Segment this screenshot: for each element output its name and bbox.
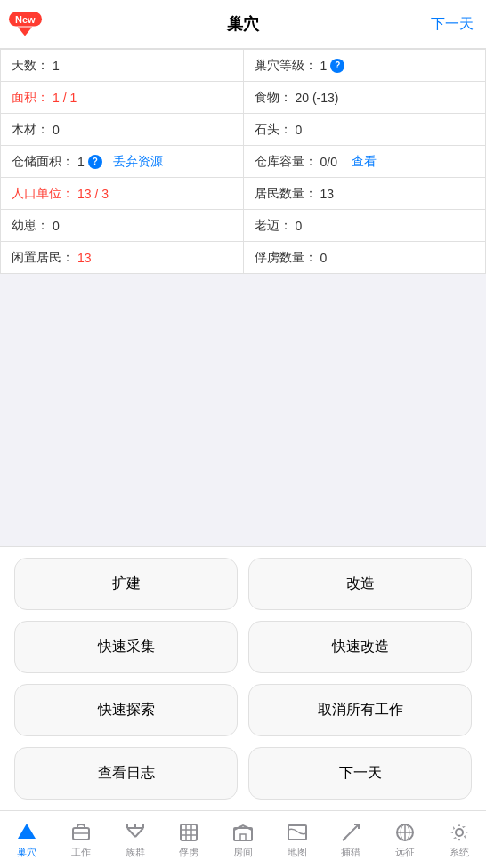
bottom-navigation: 巢穴 工作 族群 [0,810,486,868]
nav-label-cave: 巢穴 [17,846,36,859]
header-next-day-button[interactable]: 下一天 [431,15,474,34]
storage-area-help-icon[interactable]: ? [88,155,102,169]
view-storage-button[interactable]: 查看 [352,154,377,170]
food-label: 食物： [255,90,292,106]
children-cell: 幼崽： 0 [1,210,244,242]
idle-label: 闲置居民： [12,250,74,266]
food-cell: 食物： 20 (-13) [244,82,487,114]
renovate-button[interactable]: 改造 [248,558,472,610]
svg-rect-16 [288,825,306,840]
svg-point-25 [456,829,463,836]
nav-item-cave[interactable]: 巢穴 [0,821,54,859]
storage-capacity-value: 0/0 [320,155,337,169]
nav-label-system: 系统 [450,846,469,859]
nav-label-prisoner: 俘虏 [179,846,198,859]
cave-level-help-icon[interactable]: ? [330,59,344,73]
days-value: 1 [53,59,60,73]
work-icon [69,821,93,844]
prisoners-value: 0 [320,251,328,265]
idle-cell: 闲置居民： 13 [1,242,244,274]
svg-rect-0 [24,833,29,839]
elderly-value: 0 [296,219,303,233]
nav-item-tribe[interactable]: 族群 [108,821,162,859]
buttons-section: 扩建 改造 快速采集 快速改造 快速探索 取消所有工作 查看日志 下一天 [0,546,486,810]
info-grid: 天数： 1 巢穴等级： 1 ? 面积： 1 / 1 食物： 20 (-13) 木… [0,49,486,274]
spacer [0,274,486,505]
storage-area-label: 仓储面积： [12,154,74,170]
new-badge-arrow [18,28,32,36]
area-cell: 面积： 1 / 1 [1,82,244,114]
prisoner-icon [177,821,200,844]
abandon-resources-button[interactable]: 丢弃资源 [113,154,163,170]
quick-renovate-button[interactable]: 快速改造 [248,621,472,673]
days-label: 天数： [12,58,49,74]
svg-rect-9 [181,824,197,840]
cave-level-label: 巢穴等级： [255,58,317,74]
info-section: 天数： 1 巢穴等级： 1 ? 面积： 1 / 1 食物： 20 (-13) 木… [0,49,486,274]
area-label: 面积： [12,90,49,106]
tribe-icon [124,821,147,844]
idle-value: 13 [77,251,92,265]
room-icon [231,821,255,844]
svg-rect-15 [240,834,246,840]
population-cell: 人口单位： 13 / 3 [1,178,244,210]
system-icon [448,821,471,844]
svg-line-3 [127,828,135,837]
nav-item-prisoner[interactable]: 俘虏 [162,821,216,859]
hunt-icon [339,821,362,844]
nav-item-room[interactable]: 房间 [216,821,271,859]
food-value: 20 (-13) [296,91,339,105]
cancel-all-button[interactable]: 取消所有工作 [248,684,472,736]
prisoners-label: 俘虏数量： [255,250,317,266]
nav-item-hunt[interactable]: 捕猎 [324,821,378,859]
nav-label-work: 工作 [71,846,91,859]
residents-cell: 居民数量： 13 [244,178,487,210]
new-badge-container[interactable]: New [9,12,42,36]
storage-area-value: 1 [77,155,85,169]
expand-button[interactable]: 扩建 [14,558,238,610]
new-notification-icon[interactable]: New [9,12,42,36]
elderly-label: 老迈： [255,218,292,234]
cave-level-cell: 巢穴等级： 1 ? [244,50,487,82]
cave-level-value: 1 [320,59,328,73]
residents-value: 13 [320,187,335,201]
children-label: 幼崽： [12,218,49,234]
quick-collect-button[interactable]: 快速采集 [14,621,238,673]
next-day-button[interactable]: 下一天 [248,747,472,800]
expedition-icon [393,821,417,844]
population-label: 人口单位： [12,186,74,202]
wood-label: 木材： [12,122,49,138]
population-value: 13 / 3 [77,187,109,201]
prisoners-cell: 俘虏数量： 0 [244,242,487,274]
stone-label: 石头： [255,122,292,138]
nav-label-expedition: 远征 [395,846,415,859]
quick-explore-button[interactable]: 快速探索 [14,684,238,736]
nav-item-system[interactable]: 系统 [432,821,486,859]
area-value: 1 / 1 [53,91,77,105]
cave-icon [15,821,38,844]
wood-value: 0 [53,123,60,137]
elderly-cell: 老迈： 0 [244,210,487,242]
days-cell: 天数： 1 [1,50,244,82]
view-log-button[interactable]: 查看日志 [14,747,238,800]
wood-cell: 木材： 0 [1,114,244,146]
nav-label-hunt: 捕猎 [341,846,360,859]
map-icon [286,821,309,844]
stone-value: 0 [296,123,303,137]
nav-label-tribe: 族群 [126,846,145,859]
storage-area-cell: 仓储面积： 1 ? 丢弃资源 [1,146,244,178]
residents-label: 居民数量： [255,186,317,202]
nav-item-expedition[interactable]: 远征 [378,821,433,859]
nav-label-map: 地图 [288,846,307,859]
new-badge-text: New [9,12,42,27]
buttons-grid: 扩建 改造 快速采集 快速改造 快速探索 取消所有工作 查看日志 下一天 [14,558,472,800]
svg-line-4 [135,828,143,837]
nav-item-map[interactable]: 地图 [270,821,324,859]
nav-label-room: 房间 [233,846,253,859]
storage-capacity-label: 仓库容量： [255,154,317,170]
storage-capacity-cell: 仓库容量： 0/0 查看 [244,146,487,178]
nav-item-work[interactable]: 工作 [54,821,109,859]
page-title: 巢穴 [227,13,259,35]
children-value: 0 [53,219,60,233]
stone-cell: 石头： 0 [244,114,487,146]
